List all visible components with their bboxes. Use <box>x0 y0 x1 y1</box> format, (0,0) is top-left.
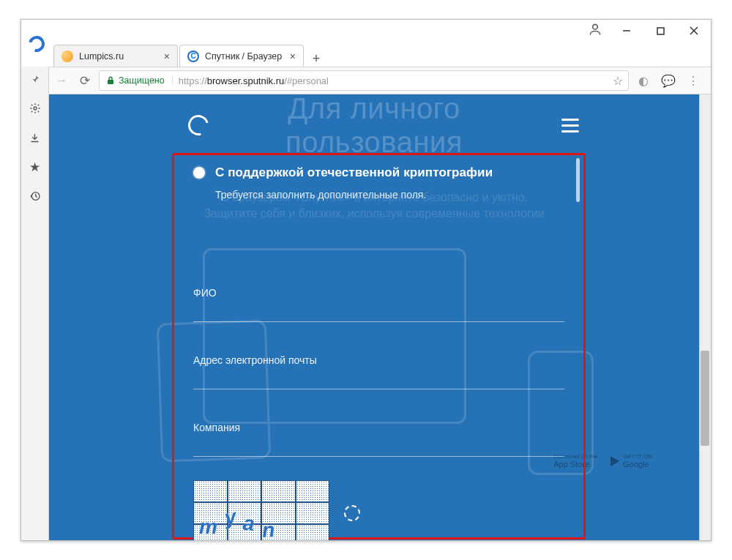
extension-icon[interactable]: ◐ <box>633 70 654 91</box>
secure-label: Защищено <box>119 75 165 86</box>
titlebar <box>21 20 711 42</box>
reload-button[interactable]: ⟳ <box>75 71 94 90</box>
history-icon[interactable] <box>29 190 42 203</box>
side-panel: ★ <box>21 67 49 540</box>
email-label: Адрес электронной почты <box>193 354 564 366</box>
pin-icon[interactable] <box>29 72 42 86</box>
window-close-button[interactable] <box>677 20 711 42</box>
browser-home-icon[interactable] <box>24 31 49 56</box>
radio-selected-icon[interactable] <box>193 167 205 179</box>
svg-rect-2 <box>657 28 664 34</box>
captcha-image: myan <box>193 480 329 540</box>
svg-rect-5 <box>108 80 113 84</box>
tab-lumpics[interactable]: Lumpics.ru × <box>53 45 178 67</box>
toolbar: ← → ⟳ Защищено https://browser.sputnik.r… <box>21 67 711 94</box>
page-scrollbar-track[interactable] <box>699 94 711 540</box>
tab-sputnik[interactable]: C Спутник / Браузер × <box>179 45 304 67</box>
sputnik-logo-icon[interactable] <box>184 111 212 139</box>
bookmarks-icon[interactable]: ★ <box>29 160 42 173</box>
address-bar[interactable]: Защищено https://browser.sputnik.ru/#per… <box>99 70 629 91</box>
tab-close-icon[interactable]: × <box>290 51 296 62</box>
crypto-option-desc: Требуется заполнить дополнительные поля. <box>215 189 564 201</box>
fio-label: ФИО <box>193 287 564 299</box>
tab-label: Спутник / Браузер <box>205 51 284 61</box>
googleplay-badge[interactable]: GET IT ON Google <box>610 453 652 468</box>
tab-close-icon[interactable]: × <box>164 51 170 62</box>
window-minimize-button[interactable] <box>610 20 643 42</box>
settings-icon[interactable] <box>29 102 42 115</box>
page-viewport: Для личного пользования С браузером «Спу… <box>49 94 711 540</box>
fio-input[interactable] <box>193 303 564 322</box>
page-scrollbar-thumb[interactable] <box>701 351 709 446</box>
company-input[interactable] <box>193 438 564 457</box>
forward-button[interactable]: → <box>52 71 71 90</box>
email-input[interactable] <box>193 370 564 389</box>
crypto-option-title: С поддержкой отечественной криптографии <box>215 165 493 180</box>
browser-window: Lumpics.ru × C Спутник / Браузер × + ← →… <box>20 19 712 541</box>
window-maximize-button[interactable] <box>643 20 677 42</box>
captcha-reload-icon[interactable] <box>344 505 360 521</box>
crypto-option-row[interactable]: С поддержкой отечественной криптографии <box>193 165 564 180</box>
lock-icon <box>107 76 114 85</box>
url-text: https://browser.sputnik.ru/#personal <box>173 75 608 86</box>
svg-point-6 <box>34 107 37 110</box>
menu-icon[interactable]: ⋮ <box>683 70 703 91</box>
company-label: Компания <box>193 422 564 433</box>
page-header <box>188 115 579 135</box>
new-tab-button[interactable]: + <box>307 51 326 67</box>
bookmark-star-icon[interactable]: ☆ <box>608 74 628 88</box>
secure-badge[interactable]: Защищено <box>100 75 173 86</box>
downloads-icon[interactable] <box>29 131 42 144</box>
crypto-form-region: С поддержкой отечественной криптографии … <box>172 153 586 540</box>
svg-point-0 <box>593 24 598 29</box>
account-icon[interactable] <box>588 22 602 40</box>
play-icon <box>610 456 619 466</box>
tabstrip: Lumpics.ru × C Спутник / Браузер × + <box>21 42 711 67</box>
favicon-icon: C <box>187 51 199 62</box>
tab-label: Lumpics.ru <box>79 51 158 61</box>
chat-icon[interactable]: 💬 <box>658 70 679 91</box>
favicon-icon <box>61 51 73 62</box>
hamburger-menu-icon[interactable] <box>561 119 579 132</box>
